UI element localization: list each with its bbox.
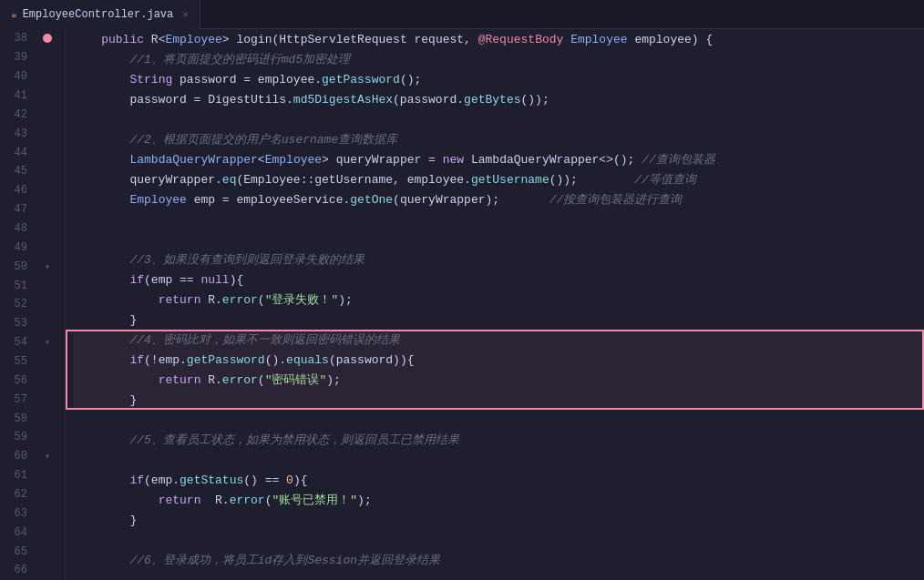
code-line: queryWrapper.eq(Employee::getUsername, e… bbox=[73, 169, 924, 189]
line-number: 66 bbox=[0, 564, 35, 576]
line-number: 40 bbox=[0, 70, 35, 83]
code-line-content: password = DigestUtils.md5DigestAsHex(pa… bbox=[73, 93, 549, 107]
line-number: 63 bbox=[0, 507, 35, 520]
fold-arrow-icon[interactable]: ▾ bbox=[45, 261, 50, 272]
line-number: 48 bbox=[0, 222, 35, 235]
line-number: 45 bbox=[0, 165, 35, 178]
code-line: if(!emp.getPassword().equals(password)){ bbox=[73, 350, 924, 370]
line-number: 58 bbox=[0, 412, 35, 425]
line-number: 47 bbox=[0, 203, 35, 216]
code-line: password = DigestUtils.md5DigestAsHex(pa… bbox=[73, 89, 924, 109]
line-number: 39 bbox=[0, 51, 35, 64]
code-line-content: if(!emp.getPassword().equals(password)){ bbox=[73, 353, 415, 367]
line-gutter-icon-area: ▾ bbox=[35, 337, 60, 348]
gutter-row: 64 bbox=[0, 523, 65, 542]
code-line: //1、将页面提交的密码进行md5加密处理 bbox=[73, 49, 924, 69]
code-area[interactable]: public R<Employee> login(HttpServletRequ… bbox=[66, 29, 924, 580]
gutter-row: 52 bbox=[0, 295, 65, 314]
code-line bbox=[73, 229, 924, 249]
code-line-content: if(emp.getStatus() == 0){ bbox=[73, 473, 308, 487]
line-number: 52 bbox=[0, 298, 35, 310]
fold-arrow-icon[interactable]: ▾ bbox=[45, 337, 50, 348]
gutter-row: 56 bbox=[0, 371, 65, 390]
code-line-content: //3、如果没有查询到则返回登录失败的结果 bbox=[73, 251, 364, 268]
code-line bbox=[73, 410, 924, 430]
line-number: 49 bbox=[0, 241, 35, 254]
code-line: } bbox=[73, 390, 924, 410]
code-line-content bbox=[73, 534, 80, 547]
gutter-row: 62 bbox=[0, 485, 65, 504]
gutter-row: 41 bbox=[0, 86, 65, 106]
code-line-content bbox=[73, 413, 80, 427]
line-gutter-icon-area bbox=[35, 34, 60, 43]
code-line: //3、如果没有查询到则返回登录失败的结果 bbox=[73, 249, 924, 270]
gutter-row: 51 bbox=[0, 276, 65, 295]
gutter-row: 55 bbox=[0, 352, 65, 371]
code-line: if(emp.getStatus() == 0){ bbox=[73, 470, 924, 490]
gutter-row: 38 bbox=[0, 29, 65, 48]
code-line: return R.error("密码错误"); bbox=[73, 370, 924, 390]
code-line: if(emp == null){ bbox=[73, 270, 924, 290]
line-number: 43 bbox=[0, 127, 35, 140]
code-line-content: LambdaQueryWrapper<Employee> queryWrappe… bbox=[73, 151, 715, 168]
gutter-row: 63 bbox=[0, 504, 65, 523]
line-number: 61 bbox=[0, 469, 35, 482]
line-gutter-icon-area: ▾ bbox=[35, 261, 60, 272]
gutter-row: 65 bbox=[0, 542, 65, 561]
line-number: 41 bbox=[0, 89, 35, 102]
gutter-row: 40 bbox=[0, 67, 65, 86]
code-line-content: //1、将页面提交的密码进行md5加密处理 bbox=[73, 51, 350, 67]
code-line: //5、查看员工状态，如果为禁用状态，则返回员工已禁用结果 bbox=[73, 430, 924, 450]
line-number: 50 bbox=[0, 260, 35, 273]
code-line-content: String password = employee.getPassword()… bbox=[73, 73, 421, 86]
code-line-content: if(emp == null){ bbox=[73, 273, 243, 287]
code-line-content: //5、查看员工状态，如果为禁用状态，则返回员工已禁用结果 bbox=[73, 432, 459, 448]
fold-arrow-icon[interactable]: ▾ bbox=[45, 451, 50, 462]
line-number: 65 bbox=[0, 545, 35, 558]
code-line: return R.error("登录失败！"); bbox=[73, 290, 924, 310]
code-line-content: } bbox=[73, 514, 137, 527]
line-number: 44 bbox=[0, 147, 35, 159]
tab-label: EmployeeController.java bbox=[23, 8, 174, 21]
line-number: 64 bbox=[0, 526, 35, 539]
gutter-row: 58 bbox=[0, 409, 65, 428]
editor-container: 38394041424344454647484950▾51525354▾5556… bbox=[0, 29, 924, 580]
line-number: 38 bbox=[0, 32, 35, 45]
line-number: 62 bbox=[0, 488, 35, 501]
line-number: 59 bbox=[0, 431, 35, 443]
line-number: 60 bbox=[0, 450, 35, 463]
code-line: String password = employee.getPassword()… bbox=[73, 69, 924, 89]
gutter-row: 48 bbox=[0, 219, 65, 239]
gutter-row: 54▾ bbox=[0, 333, 65, 352]
code-line-content: return R.error("密码错误"); bbox=[73, 371, 341, 388]
code-line-content: return R.error("账号已禁用！"); bbox=[73, 492, 372, 508]
java-file-icon: ☕ bbox=[11, 8, 17, 20]
gutter-row: 60▾ bbox=[0, 447, 65, 466]
gutter-row: 46 bbox=[0, 181, 65, 200]
code-line: //6、登录成功，将员工id存入到Session并返回登录结果 bbox=[73, 550, 924, 570]
line-number: 56 bbox=[0, 374, 35, 387]
code-line bbox=[73, 209, 924, 229]
code-line: //2、根据页面提交的用户名username查询数据库 bbox=[73, 129, 924, 149]
code-line bbox=[73, 450, 924, 470]
code-line: Employee emp = employeeService.getOne(qu… bbox=[73, 189, 924, 209]
code-line: return R.error("账号已禁用！"); bbox=[73, 490, 924, 510]
gutter-row: 39 bbox=[0, 48, 65, 67]
code-line bbox=[73, 530, 924, 550]
code-line-content: Employee emp = employeeService.getOne(qu… bbox=[73, 191, 682, 208]
code-line bbox=[73, 109, 924, 129]
gutter-row: 53 bbox=[0, 314, 65, 333]
line-number: 55 bbox=[0, 355, 35, 368]
close-icon[interactable]: ✕ bbox=[182, 8, 189, 20]
code-line: public R<Employee> login(HttpServletRequ… bbox=[73, 29, 924, 49]
gutter-row: 44 bbox=[0, 143, 65, 162]
code-line-content bbox=[73, 233, 80, 247]
breakpoint-icon[interactable] bbox=[43, 34, 52, 43]
code-line-content: queryWrapper.eq(Employee::getUsername, e… bbox=[73, 171, 696, 188]
file-tab[interactable]: ☕ EmployeeController.java ✕ bbox=[0, 0, 200, 29]
line-number: 51 bbox=[0, 280, 35, 292]
gutter-row: 49 bbox=[0, 238, 65, 257]
line-gutter-icon-area: ▾ bbox=[35, 451, 60, 462]
gutter-row: 61 bbox=[0, 466, 65, 485]
gutter: 38394041424344454647484950▾51525354▾5556… bbox=[0, 29, 66, 580]
